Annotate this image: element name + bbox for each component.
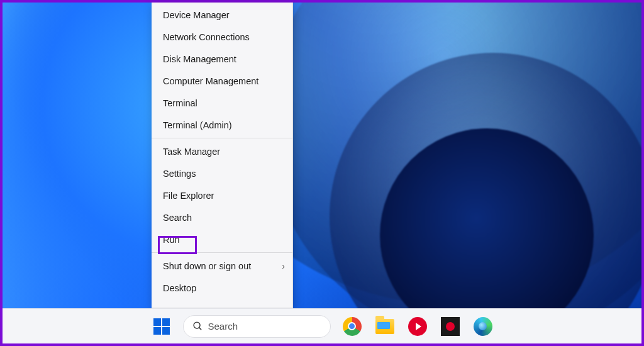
- menu-item-device-manager[interactable]: Device Manager: [152, 4, 292, 26]
- taskbar-search[interactable]: Search: [183, 315, 331, 338]
- desktop-wallpaper: [3, 3, 641, 343]
- screenshot-frame: Device Manager Network Connections Disk …: [0, 0, 644, 346]
- menu-item-network-connections[interactable]: Network Connections: [152, 26, 292, 48]
- record-icon: [441, 317, 460, 336]
- power-user-menu: Device Manager Network Connections Disk …: [152, 3, 293, 308]
- search-placeholder: Search: [208, 321, 238, 332]
- menu-separator: [152, 138, 292, 138]
- menu-item-terminal-admin[interactable]: Terminal (Admin): [152, 114, 292, 136]
- menu-item-file-explorer[interactable]: File Explorer: [152, 184, 292, 206]
- menu-item-label: Settings: [163, 169, 196, 179]
- chevron-right-icon: ›: [282, 261, 285, 271]
- menu-item-label: Run: [163, 235, 180, 245]
- menu-item-search[interactable]: Search: [152, 206, 292, 228]
- menu-item-label: Device Manager: [163, 10, 230, 20]
- menu-item-label: Terminal: [163, 98, 197, 108]
- start-button[interactable]: [150, 315, 173, 338]
- taskbar-pinned-file-explorer[interactable]: [374, 315, 396, 338]
- taskbar-pinned-chrome[interactable]: [341, 315, 364, 338]
- menu-item-task-manager[interactable]: Task Manager: [152, 140, 292, 162]
- taskbar: Search: [3, 308, 641, 343]
- edge-icon: [474, 317, 492, 336]
- menu-item-settings[interactable]: Settings: [152, 162, 292, 184]
- menu-item-disk-management[interactable]: Disk Management: [152, 48, 292, 70]
- menu-item-terminal[interactable]: Terminal: [152, 92, 292, 114]
- search-icon: [192, 321, 203, 332]
- menu-item-desktop[interactable]: Desktop: [152, 277, 292, 299]
- menu-item-label: File Explorer: [163, 191, 214, 201]
- taskbar-pinned-media-app[interactable]: [406, 315, 429, 338]
- menu-item-run[interactable]: Run: [152, 228, 292, 250]
- play-circle-icon: [408, 317, 427, 336]
- menu-item-label: Computer Management: [163, 76, 258, 86]
- menu-item-label: Shut down or sign out: [163, 261, 251, 271]
- menu-item-label: Disk Management: [163, 54, 236, 64]
- taskbar-pinned-edge[interactable]: [472, 315, 494, 338]
- menu-item-label: Network Connections: [163, 32, 250, 42]
- menu-separator: [152, 252, 292, 253]
- chrome-icon: [343, 317, 362, 336]
- menu-item-label: Search: [163, 213, 192, 223]
- file-explorer-icon: [375, 319, 394, 334]
- menu-item-label: Task Manager: [163, 147, 220, 157]
- menu-item-computer-management[interactable]: Computer Management: [152, 70, 292, 92]
- svg-line-1: [199, 328, 201, 330]
- taskbar-pinned-dark-app[interactable]: [439, 315, 462, 338]
- windows-logo-icon: [153, 318, 170, 335]
- menu-item-label: Desktop: [163, 283, 196, 293]
- svg-point-0: [194, 322, 200, 328]
- menu-item-shutdown-signout[interactable]: Shut down or sign out ›: [152, 255, 292, 277]
- menu-item-label: Terminal (Admin): [163, 120, 232, 130]
